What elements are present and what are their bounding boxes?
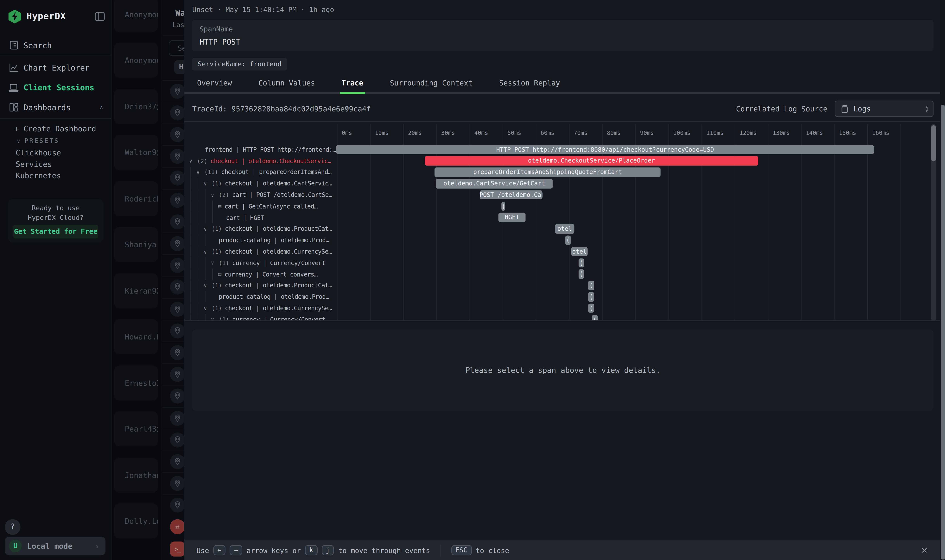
page-scrollbar-thumb[interactable] bbox=[940, 105, 945, 560]
span-bar[interactable]: HGET bbox=[498, 213, 526, 222]
get-started-button[interactable]: Get Started for Free bbox=[13, 225, 98, 238]
help-button[interactable]: ? bbox=[5, 519, 20, 535]
span-bar[interactable]: oteldemo.CheckoutService/PlaceOrder bbox=[425, 156, 758, 166]
span-bar[interactable]: ( bbox=[565, 235, 570, 245]
tab-session-replay[interactable]: Session Replay bbox=[497, 79, 562, 92]
location-pin-icon[interactable] bbox=[170, 127, 184, 142]
span-bar[interactable]: otel bbox=[571, 247, 588, 256]
edit-icon[interactable]: ✎ bbox=[344, 104, 349, 113]
sidebar-item-chart-explorer[interactable]: Chart Explorer bbox=[0, 58, 111, 77]
event-row-divider bbox=[162, 494, 184, 495]
event-row-divider bbox=[162, 80, 184, 81]
session-user-name: Dolly.Lub bbox=[125, 516, 158, 526]
log-source-select[interactable]: Logs ∧∨ bbox=[835, 101, 934, 117]
location-pin-icon[interactable] bbox=[170, 149, 184, 164]
location-pin-icon[interactable] bbox=[170, 454, 184, 469]
location-pin-icon[interactable] bbox=[170, 214, 184, 229]
location-pin-icon[interactable] bbox=[170, 302, 184, 317]
span-bar[interactable]: HTTP POST http://frontend:8080/api/check… bbox=[336, 145, 874, 154]
session-card[interactable]: Jonathan.B bbox=[114, 457, 158, 492]
location-pin-icon[interactable] bbox=[170, 236, 184, 251]
tab-column-values[interactable]: Column Values bbox=[257, 79, 317, 92]
location-pin-icon[interactable] bbox=[170, 432, 184, 448]
location-pin-icon[interactable] bbox=[170, 192, 184, 208]
create-dashboard-button[interactable]: + Create Dashboard bbox=[15, 124, 96, 133]
location-pin-icon[interactable] bbox=[170, 105, 184, 120]
session-detail-panel-background: Wal Last Sea H ⇄>_ bbox=[162, 0, 184, 560]
session-card[interactable]: Anonymous bbox=[114, 0, 158, 32]
session-card[interactable]: Deion37@gm bbox=[114, 89, 158, 124]
location-pin-icon[interactable] bbox=[170, 476, 184, 491]
terminal-icon[interactable]: >_ bbox=[170, 542, 184, 557]
span-bar[interactable]: ( bbox=[502, 202, 506, 211]
event-meta: Unset · May 15 1:40:14 PM · 1h ago bbox=[192, 5, 334, 14]
session-card[interactable]: Howard.Run bbox=[114, 319, 158, 354]
span-bar[interactable]: prepareOrderItemsAndShippingQuoteFromCar… bbox=[435, 168, 661, 177]
sidebar-preset-kubernetes[interactable]: Kubernetes bbox=[16, 171, 61, 180]
session-card[interactable]: Anonymous bbox=[114, 43, 158, 78]
detail-tabs: OverviewColumn ValuesTraceSurrounding Co… bbox=[184, 76, 941, 94]
session-card[interactable]: Dolly.Lub bbox=[114, 503, 158, 538]
location-pin-icon[interactable] bbox=[170, 389, 184, 404]
log-source-value: Logs bbox=[853, 105, 871, 113]
session-user-name: Roderick_S bbox=[125, 194, 158, 203]
event-row-divider bbox=[162, 167, 184, 168]
search-input[interactable]: Sea bbox=[169, 40, 184, 56]
sidebar-divider bbox=[0, 55, 111, 55]
axis-tick-label: 40ms bbox=[474, 129, 488, 136]
axis-tick-label: 160ms bbox=[872, 129, 890, 136]
session-card[interactable]: Roderick_S bbox=[114, 181, 158, 216]
location-pin-icon[interactable] bbox=[170, 171, 184, 186]
span-bars: HTTP POST http://frontend:8080/api/check… bbox=[184, 144, 941, 321]
tab-trace[interactable]: Trace bbox=[340, 79, 365, 94]
axis-tick-label: 70ms bbox=[574, 129, 587, 136]
sidebar-preset-services[interactable]: Services bbox=[16, 160, 52, 169]
close-icon[interactable]: × bbox=[921, 542, 928, 558]
sidebar-item-search[interactable]: Search bbox=[0, 36, 111, 54]
highlighted-tab-truncated[interactable]: H bbox=[174, 60, 184, 74]
location-pin-icon[interactable] bbox=[170, 323, 184, 338]
span-bar[interactable]: ( bbox=[578, 269, 584, 279]
span-details-placeholder-card: Please select a span above to view detai… bbox=[192, 329, 934, 411]
exchange-icon[interactable]: ⇄ bbox=[170, 519, 184, 534]
span-bar[interactable]: ( bbox=[592, 315, 598, 321]
session-card[interactable]: Pearl43@ho bbox=[114, 411, 158, 446]
span-bar[interactable]: ( bbox=[578, 258, 584, 268]
app-title: HyperDX bbox=[26, 11, 66, 22]
session-card[interactable]: Ernesto33@ bbox=[114, 365, 158, 400]
chevron-down-icon: ∨ bbox=[17, 138, 20, 144]
sidebar-preset-clickhouse[interactable]: Clickhouse bbox=[16, 148, 61, 157]
tab-surrounding-context[interactable]: Surrounding Context bbox=[388, 79, 474, 92]
location-pin-icon[interactable] bbox=[170, 280, 184, 295]
sidebar-item-client-sessions[interactable]: Client Sessions bbox=[0, 78, 111, 96]
local-mode-menu[interactable]: U Local mode › bbox=[5, 537, 105, 555]
session-card[interactable]: Shaniya.Sc bbox=[114, 227, 158, 262]
span-bar[interactable]: ( bbox=[588, 303, 594, 313]
collapse-sidebar-icon[interactable] bbox=[95, 12, 105, 21]
span-bar[interactable]: POST /oteldemo.Cart bbox=[479, 190, 543, 200]
location-pin-icon[interactable] bbox=[170, 411, 184, 426]
event-row-divider bbox=[162, 472, 184, 473]
span-bar[interactable]: ( bbox=[588, 281, 594, 290]
chevron-up-icon[interactable]: ∧ bbox=[100, 104, 103, 110]
session-card[interactable]: Kieran92@h bbox=[114, 273, 158, 308]
tab-overview[interactable]: Overview bbox=[195, 79, 234, 92]
span-bar[interactable]: ( bbox=[588, 292, 594, 302]
session-user-name: Jonathan.B bbox=[125, 471, 158, 480]
span-bar[interactable]: oteldemo.CartService/GetCart bbox=[436, 179, 553, 188]
location-pin-icon[interactable] bbox=[170, 258, 184, 273]
service-name-chip[interactable]: ServiceName: frontend bbox=[192, 58, 287, 70]
location-pin-icon[interactable] bbox=[170, 367, 184, 382]
location-pin-icon[interactable] bbox=[170, 345, 184, 360]
event-row-divider bbox=[162, 407, 184, 408]
sidebar-item-dashboards[interactable]: Dashboards ∧ bbox=[0, 98, 111, 116]
waterfall-scrollbar-thumb[interactable] bbox=[931, 125, 936, 162]
session-card[interactable]: Walton9@ho bbox=[114, 135, 158, 170]
span-bar[interactable]: otel bbox=[555, 224, 574, 234]
session-user-name: Anonymous bbox=[125, 10, 158, 19]
axis-tick-label: 140ms bbox=[806, 129, 823, 136]
presets-section-toggle[interactable]: ∨PRESETS bbox=[17, 137, 60, 144]
location-pin-icon[interactable] bbox=[170, 498, 184, 513]
arrow-left-key: ← bbox=[213, 545, 226, 555]
location-pin-icon[interactable] bbox=[170, 83, 184, 98]
